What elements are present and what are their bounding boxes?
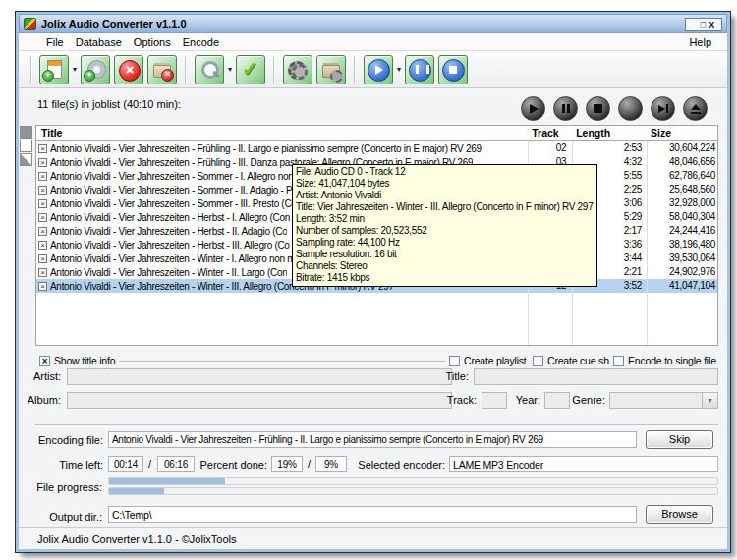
folder-gear-icon bbox=[320, 59, 342, 81]
encoding-file-field: Antonio Vivaldi - Vier Jahreszeiten - Fr… bbox=[108, 431, 637, 448]
red-x-icon bbox=[118, 59, 140, 81]
toolbar-remove-file-button[interactable] bbox=[114, 55, 143, 84]
cell-size: 24,244,416 bbox=[646, 224, 717, 238]
skip-button[interactable]: Skip bbox=[646, 430, 713, 449]
toolbar-cddb-lookup-dropdown-arrow[interactable]: ▾ bbox=[228, 65, 232, 74]
transport-play-button[interactable] bbox=[521, 96, 545, 121]
file-progress-label: File progress: bbox=[19, 481, 102, 493]
browse-button[interactable]: Browse bbox=[646, 505, 713, 524]
toolbar-cddb-lookup-button[interactable] bbox=[195, 55, 224, 84]
row-checkbox[interactable]: × bbox=[38, 282, 47, 291]
cell-length: 2:53 bbox=[571, 141, 646, 155]
toolbar-add-files-dropdown-arrow[interactable]: ▾ bbox=[73, 65, 77, 74]
magnifier-icon bbox=[198, 59, 220, 81]
toolbar-separator bbox=[354, 56, 356, 84]
table-header: Title Track Length Size bbox=[36, 126, 717, 141]
transport-stop-button[interactable] bbox=[586, 96, 610, 121]
invert-selection-button[interactable] bbox=[20, 153, 32, 166]
menu-encode[interactable]: Encode bbox=[177, 35, 225, 49]
toolbar-grip bbox=[30, 56, 32, 84]
selected-encoder-field: LAME MP3 Encoder bbox=[449, 456, 718, 472]
checkbox-unchecked[interactable] bbox=[533, 356, 543, 366]
menu-database[interactable]: Database bbox=[70, 35, 128, 49]
menu-file[interactable]: File bbox=[40, 35, 70, 49]
row-checkbox[interactable]: × bbox=[38, 172, 47, 181]
cell-size: 30,604,224 bbox=[646, 141, 717, 155]
row-checkbox[interactable]: × bbox=[38, 158, 47, 167]
stop-icon bbox=[594, 104, 602, 113]
toolbar-add-files-button[interactable] bbox=[39, 55, 69, 84]
row-title: Antonio Vivaldi - Vier Jahreszeiten - Wi… bbox=[50, 252, 295, 265]
joblist-summary: 11 file(s) in joblist (40:10 min): bbox=[37, 98, 181, 110]
row-checkbox[interactable]: × bbox=[38, 254, 47, 263]
file-plus-icon bbox=[43, 59, 65, 81]
column-header-length[interactable]: Length bbox=[571, 126, 646, 140]
row-checkbox[interactable]: × bbox=[38, 199, 47, 208]
toolbar-add-cd-tracks-button[interactable] bbox=[81, 55, 110, 84]
status-bar: Jolix Audio Converter v1.1.0 - ©JolixToo… bbox=[19, 527, 727, 549]
menu-help[interactable]: Help bbox=[683, 35, 717, 49]
checkbox-unchecked[interactable] bbox=[613, 356, 624, 366]
row-checkbox[interactable]: × bbox=[38, 213, 47, 222]
cell-size: 32,928,000 bbox=[646, 196, 717, 210]
menu-options[interactable]: Options bbox=[128, 35, 177, 49]
cell-size: 48,046,656 bbox=[646, 155, 717, 169]
folder-x-icon bbox=[151, 59, 173, 81]
cell-size: 25,648,560 bbox=[646, 183, 717, 196]
chevron-down-icon: ▾ bbox=[702, 393, 717, 408]
tooltip-line: Artist: Antonio Vivaldi bbox=[296, 190, 593, 201]
toolbar-clear-joblist-button[interactable] bbox=[147, 55, 177, 84]
transport-eject-button[interactable] bbox=[683, 96, 708, 121]
column-header-title[interactable]: Title bbox=[36, 126, 527, 140]
time-left-current: 00:14 bbox=[108, 456, 143, 472]
app-icon bbox=[24, 18, 36, 30]
desktop: Jolix Audio Converter v1.1.0 _ □ X File … bbox=[0, 0, 737, 560]
transport-next-button[interactable] bbox=[651, 96, 675, 121]
row-title: Antonio Vivaldi - Vier Jahreszeiten - He… bbox=[50, 239, 290, 252]
pause-blue-icon bbox=[409, 59, 430, 81]
album-label: Album: bbox=[19, 394, 61, 406]
row-checkbox[interactable]: × bbox=[38, 268, 47, 277]
titlebar[interactable]: Jolix Audio Converter v1.1.0 _ □ X bbox=[19, 14, 727, 33]
transport-pause-button[interactable] bbox=[553, 96, 578, 121]
row-checkbox[interactable]: × bbox=[38, 186, 47, 195]
minimize-button[interactable]: _ bbox=[693, 19, 698, 30]
output-dir-field[interactable] bbox=[108, 506, 637, 523]
create-playlist-checkbox[interactable]: Create playlist bbox=[445, 355, 531, 366]
row-checkbox[interactable]: × bbox=[38, 144, 47, 153]
show-title-info-checkbox[interactable]: × Show title info bbox=[35, 355, 119, 366]
cell-size: 39,530,064 bbox=[646, 252, 717, 265]
eject-icon bbox=[691, 104, 701, 114]
toolbar-encoder-options-button[interactable] bbox=[316, 55, 346, 84]
artist-label: Artist: bbox=[19, 370, 61, 382]
row-checkbox[interactable]: × bbox=[38, 241, 47, 250]
column-header-track[interactable]: Track bbox=[527, 126, 571, 140]
toolbar-start-encoding-button[interactable] bbox=[364, 55, 393, 84]
row-title: Antonio Vivaldi - Vier Jahreszeiten - He… bbox=[50, 225, 287, 238]
toolbar-stop-encoding-button[interactable] bbox=[438, 55, 468, 84]
play-icon bbox=[530, 104, 539, 114]
total-progress-bar bbox=[108, 487, 718, 495]
toolbar-settings-button[interactable] bbox=[283, 55, 312, 84]
genre-dropdown: ▾ bbox=[609, 392, 718, 409]
check-icon bbox=[240, 59, 261, 81]
cell-size: 41,047,104 bbox=[646, 279, 717, 293]
toolbar-verify-button[interactable] bbox=[236, 55, 265, 84]
toolbar-pause-encoding-button[interactable] bbox=[405, 55, 434, 84]
column-header-size[interactable]: Size bbox=[646, 126, 717, 140]
transport-previous-button[interactable] bbox=[618, 96, 643, 121]
table-row[interactable]: ×Antonio Vivaldi - Vier Jahreszeiten - F… bbox=[36, 141, 717, 155]
encode-to-single-file-checkbox[interactable]: Encode to single file bbox=[609, 355, 720, 366]
toolbar-start-encoding-dropdown-arrow[interactable]: ▾ bbox=[397, 65, 401, 74]
select-all-button[interactable] bbox=[20, 126, 32, 139]
time-left-label: Time left: bbox=[19, 459, 103, 471]
cell-title: ×Antonio Vivaldi - Vier Jahreszeiten - F… bbox=[36, 141, 527, 155]
row-checkbox[interactable]: × bbox=[38, 227, 47, 236]
checkbox-checked[interactable]: × bbox=[39, 356, 50, 366]
cell-size: 38,196,480 bbox=[646, 238, 717, 252]
close-button[interactable]: X bbox=[709, 19, 714, 30]
maximize-button[interactable]: □ bbox=[701, 19, 706, 30]
checkbox-unchecked[interactable] bbox=[449, 356, 460, 366]
select-none-button[interactable] bbox=[20, 140, 32, 152]
window-title: Jolix Audio Converter v1.1.0 bbox=[41, 18, 187, 29]
